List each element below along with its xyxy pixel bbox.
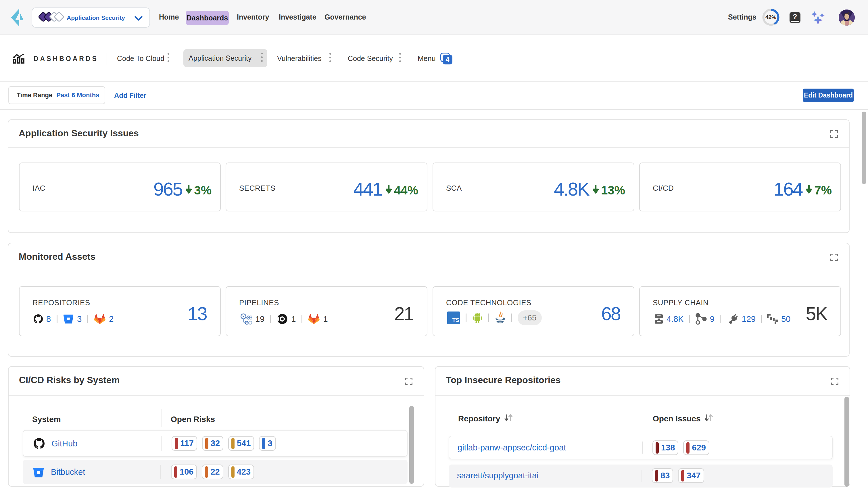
svg-text:TS: TS (452, 317, 459, 323)
